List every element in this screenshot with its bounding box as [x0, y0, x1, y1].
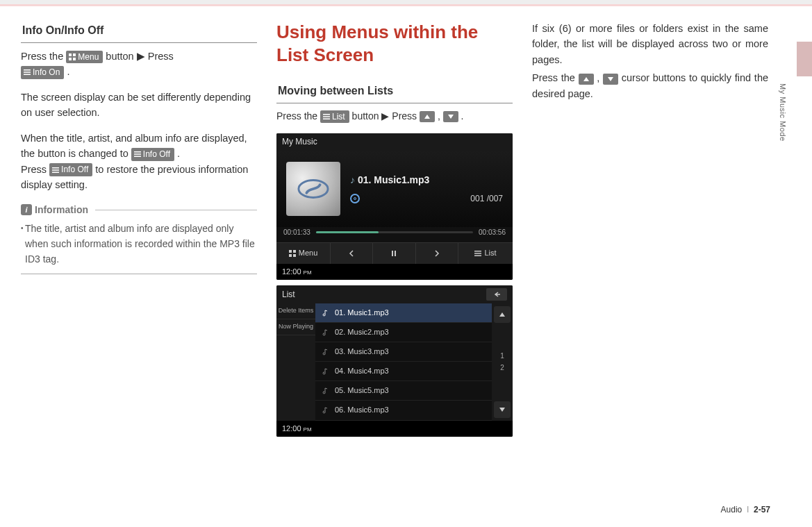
toolbar-menu[interactable]: Menu	[276, 243, 331, 264]
down-arrow-chip	[443, 111, 458, 122]
clock-suffix: PM	[304, 426, 312, 433]
svg-rect-0	[69, 53, 72, 56]
list-item-label: 05. Music5.mp3	[335, 385, 389, 396]
list-item[interactable]: 02. Music2.mp3	[315, 323, 492, 342]
text: .	[177, 148, 180, 159]
toolbar-menu-label: Menu	[299, 247, 318, 259]
list-button-chip: List	[320, 110, 349, 124]
now-playing-button[interactable]: Now Playing	[276, 319, 315, 335]
progress-bar: 00:01:33 00:03:56	[276, 227, 513, 242]
svg-rect-9	[134, 156, 141, 158]
svg-rect-12	[52, 172, 59, 173]
list-icon	[52, 167, 59, 174]
list-icon	[323, 113, 330, 120]
manual-page: My Music Mode Info On/Info Off Press the…	[0, 0, 812, 527]
text: Press the	[532, 72, 579, 83]
svg-rect-13	[323, 114, 330, 115]
footer-page: 2-57	[754, 505, 770, 515]
column-right: If six (6) or more files or folders exis…	[532, 21, 768, 441]
toolbar-list-label: List	[484, 247, 496, 259]
player-area: ♪ 01. Music1.mp3 001 /007	[276, 151, 513, 227]
list-item[interactable]: 04. Music4.mp3	[315, 362, 492, 381]
svg-rect-25	[474, 251, 481, 252]
section-heading-moving: Moving between Lists	[276, 81, 513, 103]
svg-rect-23	[392, 251, 393, 256]
svg-rect-14	[323, 116, 330, 117]
clock-bar: 12:00 PM	[276, 264, 513, 280]
list-item[interactable]: 06. Music6.mp3	[315, 401, 492, 420]
clock-suffix: PM	[304, 269, 312, 276]
prev-button[interactable]	[331, 243, 373, 264]
list-header: List	[276, 285, 513, 304]
text: Press	[21, 164, 49, 175]
track-title-text: 01. Music1.mp3	[358, 174, 430, 185]
column-middle: Using Menus within the List Screen Movin…	[276, 21, 513, 441]
triangle-up-icon	[424, 113, 431, 120]
disc-icon	[350, 194, 360, 203]
delete-items-button[interactable]: Delete Items	[276, 303, 315, 319]
text: ,	[597, 72, 603, 83]
paragraph: Press the , cursor buttons to quickly fi…	[532, 70, 768, 101]
text: button ▶ Press	[106, 51, 173, 62]
list-item[interactable]: 05. Music5.mp3	[315, 381, 492, 401]
column-left: Info On/Info Off Press the Menu button ▶…	[21, 21, 257, 441]
clock-bar: 12:00 PM	[276, 421, 513, 437]
list-icon	[24, 69, 31, 76]
screenshot-player: My Music ♪ 01. Music1.mp3 001 /007	[276, 133, 513, 279]
text: .	[461, 110, 464, 122]
triangle-down-icon	[607, 76, 614, 83]
svg-rect-20	[293, 250, 296, 253]
svg-rect-26	[474, 253, 481, 254]
triangle-up-icon	[499, 311, 506, 318]
svg-rect-6	[24, 74, 31, 76]
up-arrow-chip	[579, 74, 594, 85]
information-label: Information	[35, 203, 88, 218]
svg-rect-4	[24, 69, 31, 71]
pause-button[interactable]	[373, 243, 415, 264]
svg-rect-7	[134, 151, 141, 153]
paragraph: When the title, artist, and album info a…	[21, 131, 257, 193]
list-item[interactable]: 03. Music3.mp3	[315, 342, 492, 362]
info-off-button-chip: Info Off	[131, 148, 174, 161]
track-info: ♪ 01. Music1.mp3 001 /007	[350, 173, 513, 205]
info-icon: i	[21, 204, 32, 215]
page-up-button[interactable]	[494, 306, 511, 323]
menu-button-label: Menu	[78, 51, 99, 63]
page-down-button[interactable]	[494, 401, 511, 418]
chevron-left-icon	[348, 250, 355, 257]
svg-rect-2	[69, 58, 72, 60]
text: button ▶ Press	[352, 110, 420, 122]
list-item[interactable]: 01. Music1.mp3	[315, 303, 492, 323]
svg-rect-19	[289, 250, 292, 253]
player-toolbar: Menu List	[276, 242, 513, 264]
paragraph: If six (6) or more files or folders exis…	[532, 21, 768, 67]
svg-marker-30	[583, 77, 589, 81]
hyundai-logo-icon	[297, 173, 329, 205]
next-button[interactable]	[416, 243, 458, 264]
file-list: 01. Music1.mp3 02. Music2.mp3 03. Music3…	[315, 303, 492, 420]
triangle-up-icon	[583, 76, 590, 83]
album-art	[286, 162, 340, 216]
triangle-down-icon	[447, 113, 454, 120]
svg-marker-17	[448, 115, 454, 119]
svg-rect-27	[474, 255, 481, 256]
side-section-label: My Music Mode	[779, 83, 787, 142]
text: Press the	[21, 51, 66, 62]
svg-rect-22	[293, 254, 296, 257]
back-arrow-icon	[492, 291, 502, 298]
list-item-label: 04. Music4.mp3	[335, 365, 389, 377]
time-elapsed: 00:01:33	[283, 227, 310, 238]
music-note-icon	[322, 310, 329, 317]
time-total: 00:03:56	[479, 227, 506, 238]
back-button[interactable]	[486, 288, 507, 301]
svg-marker-16	[424, 115, 430, 119]
text: ,	[438, 110, 443, 122]
page-footer: Audio I 2-57	[721, 505, 770, 515]
page-current: 1	[499, 352, 505, 360]
instruction-1: Press the Menu button ▶ Press Info On .	[21, 49, 257, 80]
music-note-icon	[322, 407, 329, 414]
toolbar-list[interactable]: List	[458, 243, 513, 264]
svg-rect-3	[73, 58, 76, 60]
music-note-icon	[322, 349, 329, 355]
side-tab	[797, 42, 812, 76]
